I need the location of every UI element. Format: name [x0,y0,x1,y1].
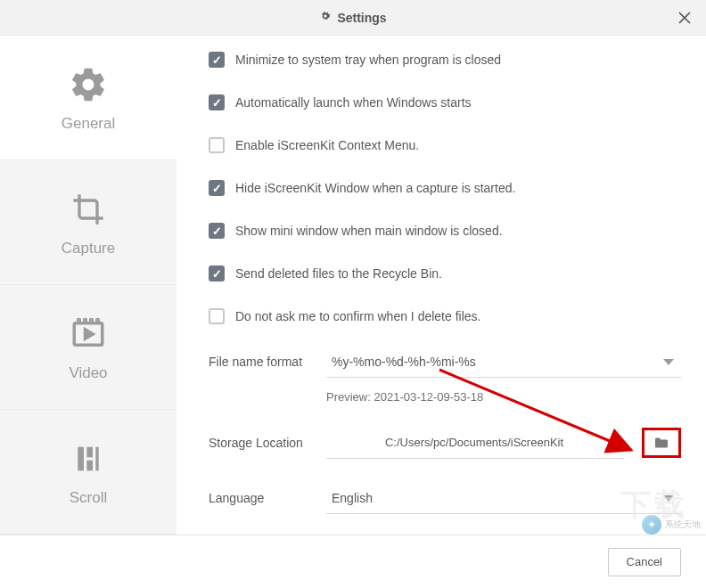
window-title-text: Settings [337,11,386,25]
chevron-down-icon [663,354,674,370]
browse-folder-button[interactable] [642,428,681,458]
svg-point-5 [91,319,93,321]
sidebar-item-label: General [62,115,115,133]
sidebar-item-label: Scroll [70,489,108,507]
gear-icon [319,10,332,25]
cancel-button-label: Cancel [627,555,662,568]
option-mini-window: Show mini window when main window is clo… [209,223,681,239]
option-label: Do not ask me to confirm when I delete f… [235,309,480,323]
scroll-icon [67,437,110,480]
option-auto-launch: Automatically launch when Windows starts [209,94,681,110]
checkbox-mini-window[interactable] [209,223,225,239]
sidebar: General Capture Video Scroll [0,36,176,535]
checkbox-auto-launch[interactable] [209,94,225,110]
checkbox-context-menu[interactable] [209,137,225,153]
svg-point-6 [97,319,99,321]
titlebar: Settings [0,0,706,36]
close-button[interactable] [674,7,695,29]
cancel-button[interactable]: Cancel [608,548,681,576]
option-hide-window: Hide iScreenKit Window when a capture is… [209,180,681,196]
option-label: Send deleted files to the Recycle Bin. [235,266,442,281]
file-name-preview-row: Preview: 2021-03-12-09-53-18 [209,390,681,404]
window-title: Settings [319,10,386,25]
crop-icon [67,188,110,231]
storage-location-label: Storage Location [209,436,312,450]
watermark: ✦ 系统天地 [642,515,701,535]
file-name-format-select[interactable]: %y-%mo-%d-%h-%mi-%s [326,346,681,378]
option-label: Show mini window when main window is clo… [235,224,503,238]
sidebar-item-general[interactable]: General [0,36,176,160]
sidebar-item-scroll[interactable]: Scroll [0,410,176,535]
checkbox-minimize-tray[interactable] [209,52,225,68]
language-label: Language [209,491,312,505]
svg-rect-9 [86,446,93,457]
language-row: Language English [209,482,681,514]
checkbox-hide-window[interactable] [209,180,225,196]
svg-rect-11 [95,446,98,470]
folder-icon [653,437,669,449]
footer: Cancel [0,535,706,588]
checkbox-recycle-bin[interactable] [209,265,225,282]
option-label: Minimize to system tray when program is … [235,53,501,67]
sidebar-item-capture[interactable]: Capture [0,160,176,285]
checkbox-confirm-delete[interactable] [209,308,225,324]
option-recycle-bin: Send deleted files to the Recycle Bin. [209,265,681,282]
svg-marker-12 [663,359,674,365]
language-value: English [332,491,373,505]
storage-location-value: C:/Users/pc/Documents/iScreenKit [385,436,563,449]
file-name-format-label: File name format [209,355,312,369]
content: Minimize to system tray when program is … [176,36,706,535]
option-context-menu: Enable iScreenKit Context Menu. [209,137,681,153]
main: General Capture Video Scroll Minimize to… [0,36,706,535]
file-name-format-row: File name format %y-%mo-%d-%h-%mi-%s [209,346,681,378]
sidebar-item-video[interactable]: Video [0,285,176,410]
video-icon [67,313,110,355]
svg-rect-8 [78,446,84,470]
storage-location-row: Storage Location C:/Users/pc/Documents/i… [209,427,681,459]
storage-location-field[interactable]: C:/Users/pc/Documents/iScreenKit [326,427,624,459]
option-label: Enable iScreenKit Context Menu. [235,138,419,152]
sidebar-item-label: Capture [62,240,115,257]
watermark-text: 系统天地 [665,519,701,531]
sidebar-item-label: Video [69,364,107,382]
option-label: Hide iScreenKit Window when a capture is… [235,181,515,195]
file-name-preview: Preview: 2021-03-12-09-53-18 [326,390,483,404]
option-confirm-delete: Do not ask me to confirm when I delete f… [209,308,681,324]
file-name-format-value: %y-%mo-%d-%h-%mi-%s [332,355,476,369]
gear-icon [67,63,110,106]
globe-icon: ✦ [642,515,661,535]
svg-point-4 [85,319,86,321]
option-minimize-tray: Minimize to system tray when program is … [209,52,681,68]
option-label: Automatically launch when Windows starts [235,95,472,110]
svg-marker-7 [86,329,94,339]
svg-point-3 [78,319,80,321]
svg-rect-10 [86,460,93,470]
